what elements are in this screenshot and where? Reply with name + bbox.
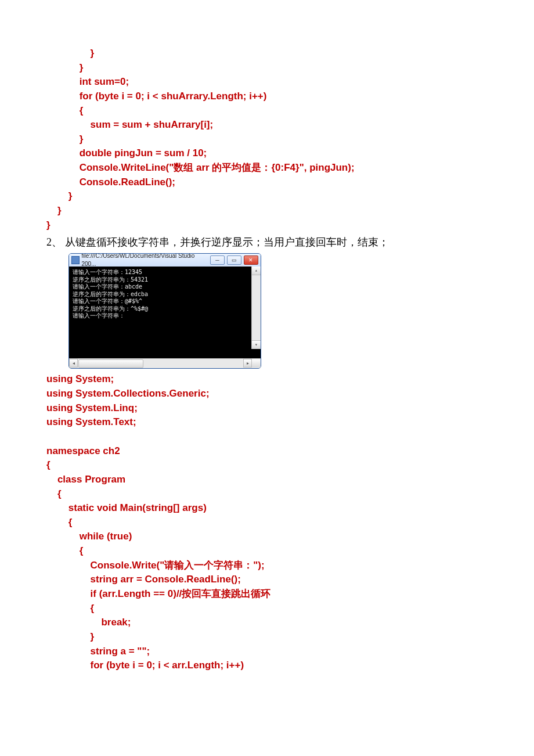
close-button[interactable]: ✕ (244, 255, 258, 265)
console-window: file:///C:/Users/WL/Documents/Visual Stu… (68, 253, 261, 369)
vertical-scrollbar[interactable]: ▴ ▾ (251, 267, 261, 349)
minimize-button[interactable]: ─ (210, 255, 225, 265)
console-line: 逆序之后的字符串为：edcba (73, 291, 257, 298)
resize-grip-icon[interactable] (251, 359, 261, 368)
titlebar: file:///C:/Users/WL/Documents/Visual Stu… (69, 254, 261, 267)
question-2: 2、 从键盘循环接收字符串，并换行逆序显示；当用户直接回车时，结束； (46, 235, 488, 250)
console-line: 请输入一个字符串： (73, 312, 257, 320)
scroll-right-icon[interactable]: ▸ (243, 359, 252, 368)
console-body: 请输入一个字符串：12345 逆序之后的字符串为：54321 请输入一个字符串：… (69, 267, 261, 358)
scroll-down-icon[interactable]: ▾ (252, 340, 261, 349)
scroll-left-icon[interactable]: ◂ (69, 359, 78, 368)
console-line: 逆序之后的字符串为：54321 (73, 276, 257, 284)
code-block-1: } } int sum=0; for (byte i = 0; i < shuA… (46, 46, 488, 232)
console-line: 请输入一个字符串：abcde (73, 283, 257, 291)
console-line: 请输入一个字符串：@#$%^ (73, 298, 257, 305)
code-block-2: using System; using System.Collections.G… (46, 372, 488, 672)
app-icon (71, 256, 80, 264)
horizontal-scrollbar[interactable]: ◂ ▸ (69, 358, 261, 368)
scroll-thumb[interactable] (78, 359, 143, 368)
maximize-button[interactable]: ▭ (227, 255, 241, 265)
console-line: 请输入一个字符串：12345 (73, 269, 257, 276)
console-line: 逆序之后的字符串为：^%$#@ (73, 305, 257, 313)
scroll-up-icon[interactable]: ▴ (252, 267, 261, 275)
